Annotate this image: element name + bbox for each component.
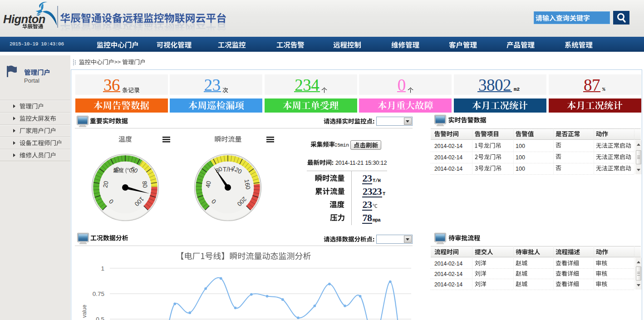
svg-text:1: 1 xyxy=(101,265,104,272)
svg-text:40: 40 xyxy=(204,181,212,188)
svg-text:T/H: T/H xyxy=(223,166,233,173)
svg-text:20: 20 xyxy=(102,181,109,188)
svg-text:0.75: 0.75 xyxy=(93,290,104,297)
svg-text:value: value xyxy=(81,305,88,318)
svg-text:80: 80 xyxy=(141,181,148,188)
svg-text:0.5: 0.5 xyxy=(96,316,104,320)
